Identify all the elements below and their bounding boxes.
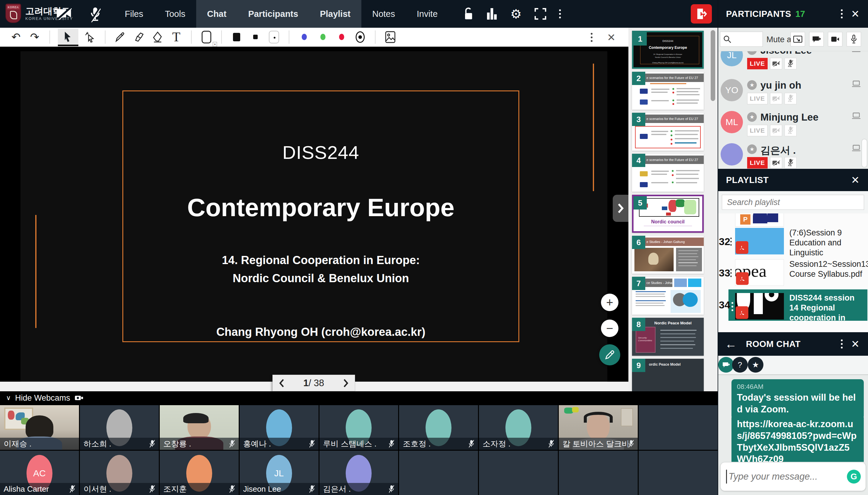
- playlist-search-input[interactable]: [722, 195, 864, 210]
- eraser-tool[interactable]: [151, 29, 164, 46]
- grammarly-icon[interactable]: G: [847, 470, 861, 483]
- stats-icon[interactable]: [486, 7, 498, 20]
- room-chat-close-icon[interactable]: ✕: [851, 338, 860, 350]
- participants-more-icon[interactable]: [841, 9, 843, 18]
- slide-thumb-7[interactable]: 7 ce Studies - Johan Galtung: [632, 277, 704, 315]
- pen-tool[interactable]: [113, 29, 127, 46]
- participants-close-icon[interactable]: ✕: [851, 8, 860, 20]
- slide-thumb-2[interactable]: 2 e scenarios for the Future of EU 27: [632, 72, 704, 110]
- multi-select-tool[interactable]: [83, 29, 97, 46]
- fullscreen-icon[interactable]: [534, 8, 546, 20]
- playlist-item-partial[interactable]: P: [718, 214, 868, 224]
- exit-room-button[interactable]: [691, 4, 712, 23]
- hide-webcams-toggle[interactable]: ∨ Hide Webcams: [0, 391, 84, 405]
- chat-message-input[interactable]: [728, 465, 840, 488]
- tab-playlist[interactable]: Playlist: [309, 0, 361, 28]
- undo-button[interactable]: ↶: [9, 29, 23, 46]
- zoom-in-button[interactable]: +: [601, 294, 619, 311]
- chat-input-box[interactable]: G: [721, 462, 866, 491]
- slide-thumb-6[interactable]: 6 e Studies - Johan Galtung: [632, 236, 704, 274]
- webcam-tile[interactable]: 김은서 .: [319, 451, 398, 495]
- cursor-tool[interactable]: [58, 29, 79, 46]
- mic-off-toggle[interactable]: [784, 125, 797, 136]
- camera-off-icon[interactable]: [56, 7, 72, 21]
- toolbar-more-icon[interactable]: [591, 33, 592, 42]
- stroke-width-dot-option[interactable]: [267, 29, 281, 46]
- camera-off-toggle[interactable]: [770, 58, 782, 69]
- camera-off-toggle[interactable]: [770, 157, 782, 169]
- zoom-out-button[interactable]: −: [601, 320, 619, 337]
- redo-button[interactable]: ↷: [28, 29, 41, 46]
- mic-off-toggle[interactable]: [784, 157, 797, 169]
- share-screen-all-button[interactable]: [791, 32, 805, 47]
- webcam-tile[interactable]: 이재승 .: [0, 405, 79, 450]
- collapse-thumbnails-button[interactable]: [613, 195, 628, 222]
- playlist-item-more-icon[interactable]: [730, 269, 732, 277]
- webcam-tile[interactable]: 홍예나 .: [240, 405, 318, 450]
- tab-invite[interactable]: Invite: [406, 0, 449, 28]
- color-blue[interactable]: [297, 29, 311, 46]
- stroke-width-small[interactable]: [248, 29, 262, 46]
- room-chat-more-icon[interactable]: [841, 339, 843, 348]
- participant-row[interactable]: ML ★ Minjung Lee LIVE: [718, 111, 868, 142]
- playlist-item-34-selected[interactable]: 34 DISS244 session 14 Regional cooperati…: [718, 291, 868, 323]
- more-options-icon[interactable]: [559, 9, 561, 18]
- webcam-tile[interactable]: 소자정 .: [479, 405, 558, 450]
- insert-image-tool[interactable]: [383, 29, 397, 46]
- favorites-button[interactable]: ★: [748, 357, 763, 373]
- participant-row[interactable]: ★ 김은서 . LIVE: [718, 143, 868, 169]
- slide-thumb-3[interactable]: 3 e scenarios for the Future of EU 27: [632, 113, 704, 151]
- video-all-button[interactable]: [828, 32, 843, 47]
- chat-all-button[interactable]: [809, 32, 824, 47]
- camera-off-toggle[interactable]: [770, 125, 782, 136]
- text-tool[interactable]: T: [169, 29, 183, 46]
- webcam-tile[interactable]: 루비 스탬네스 .: [319, 405, 398, 450]
- highlighter-tool[interactable]: [132, 29, 146, 46]
- draw-mode-button[interactable]: [599, 344, 620, 365]
- gear-icon[interactable]: ⚙: [510, 7, 522, 21]
- chat-mode-button[interactable]: [718, 357, 734, 373]
- color-red[interactable]: [334, 29, 348, 46]
- webcam-tile[interactable]: 하소희 .: [80, 405, 159, 450]
- participant-search-input[interactable]: [720, 32, 763, 47]
- webcam-tile[interactable]: 조지훈: [160, 451, 239, 495]
- next-page-button[interactable]: [343, 379, 349, 388]
- help-button[interactable]: ?: [732, 357, 748, 373]
- webcam-tile[interactable]: 오창룡 .: [160, 405, 239, 450]
- participant-row[interactable]: JL ★ Jiseon Lee LIVE: [718, 51, 868, 75]
- back-arrow-icon[interactable]: ←: [725, 337, 737, 351]
- playlist-item-33[interactable]: 33 opea Session12~Session13 Course Sylla…: [718, 259, 868, 287]
- tab-files[interactable]: Files: [114, 0, 154, 28]
- webcam-tile[interactable]: AC Alisha Carter: [0, 451, 79, 495]
- playlist-item-32[interactable]: 32 (7:6)Session 9 Education and Linguist…: [718, 228, 868, 256]
- slide-thumb-5-current[interactable]: 5 Nordic council: [632, 195, 704, 233]
- slide-thumb-9[interactable]: 9 ordic Peace Model: [632, 359, 704, 391]
- webcam-tile[interactable]: JL Jiseon Lee: [240, 451, 318, 495]
- tab-notes[interactable]: Notes: [361, 0, 406, 28]
- slide-thumb-4[interactable]: 4 e scenarios for the Future of EU 27: [632, 154, 704, 192]
- participant-row[interactable]: YO ★ yu jin oh LIVE: [718, 79, 868, 110]
- webcam-tile[interactable]: 이서현 .: [80, 451, 159, 495]
- chat-link-text[interactable]: https://korea-ac-kr.zoom.us/j/8657499810…: [737, 419, 858, 462]
- thumbnail-scrollbar[interactable]: [711, 30, 715, 101]
- toolbar-close-icon[interactable]: ✕: [607, 31, 616, 44]
- webcam-tile[interactable]: 조호정 .: [399, 405, 478, 450]
- tab-chat[interactable]: Chat: [196, 0, 237, 28]
- lock-icon[interactable]: [463, 7, 473, 20]
- prev-page-button[interactable]: [279, 379, 284, 388]
- playlist-item-more-icon[interactable]: [730, 238, 732, 246]
- camera-off-toggle[interactable]: [770, 93, 782, 104]
- color-green[interactable]: [316, 29, 330, 46]
- shape-dropdown-caret[interactable]: ▾: [213, 42, 217, 47]
- stroke-width-large[interactable]: [230, 29, 244, 46]
- laser-pointer-tool[interactable]: [353, 29, 367, 46]
- webcam-tile[interactable]: 칼 토비아스 달크비스...: [559, 405, 638, 450]
- shape-tool[interactable]: ▾: [199, 29, 213, 46]
- mic-off-toggle[interactable]: [784, 93, 797, 104]
- mic-off-toggle[interactable]: [784, 58, 797, 69]
- slide-thumb-8[interactable]: 8 Nordic Peace Model Security Communitie…: [632, 318, 704, 356]
- participant-scrollbar[interactable]: [862, 139, 867, 167]
- playlist-item-more-icon[interactable]: [731, 302, 733, 311]
- playlist-close-icon[interactable]: ✕: [851, 174, 860, 186]
- mic-all-button[interactable]: [847, 32, 861, 47]
